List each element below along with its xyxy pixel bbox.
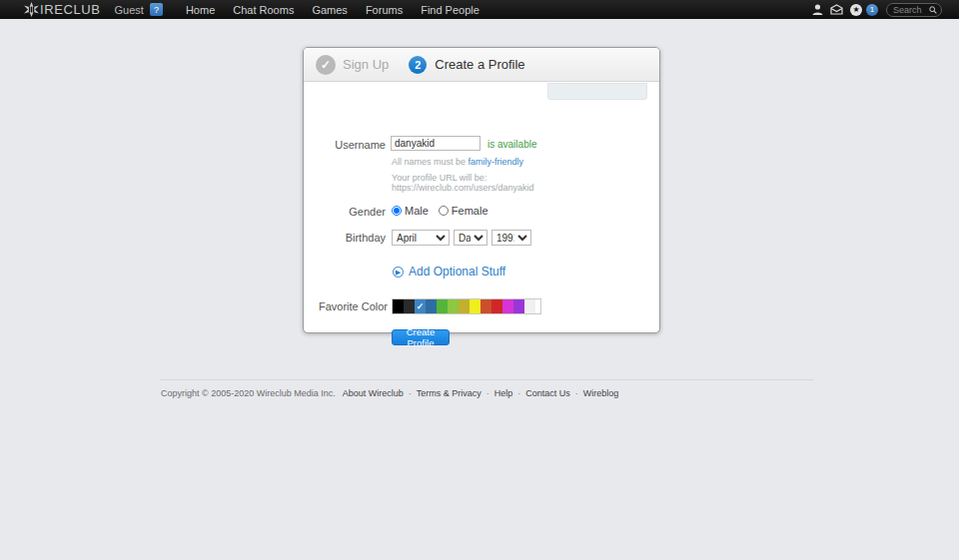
username-status: is available <box>487 139 536 150</box>
birthday-year-select[interactable]: 1991 <box>491 230 531 246</box>
gender-male-label[interactable]: Male <box>405 205 429 217</box>
user-icon[interactable] <box>812 4 823 16</box>
gender-options: Male Female <box>392 205 498 217</box>
color-swatch[interactable] <box>448 299 459 313</box>
selected-color-check-icon: ✓ <box>415 299 426 313</box>
username-input[interactable] <box>391 136 480 151</box>
gender-male-radio[interactable] <box>392 206 402 216</box>
color-swatch[interactable] <box>524 299 535 313</box>
footer-separator: · <box>409 388 412 398</box>
step2-label: Create a Profile <box>435 57 524 72</box>
step1-check-icon: ✓ <box>316 55 336 75</box>
color-swatch[interactable] <box>513 299 524 313</box>
create-profile-form: Username is available All names must be … <box>304 82 659 333</box>
copyright-text: Copyright © 2005-2020 Wireclub Media Inc… <box>161 388 336 398</box>
gender-female-label[interactable]: Female <box>452 205 488 217</box>
help-prefix: All names must be <box>392 157 469 167</box>
birthday-day-select[interactable]: Day <box>454 230 487 246</box>
username-label: Username <box>304 139 386 151</box>
expand-circle-icon: ▶ <box>393 267 404 278</box>
top-navigation-bar: IRECLUB Guest ? Home Chat Rooms Games Fo… <box>0 0 959 19</box>
birthday-month-select[interactable]: April <box>392 230 450 246</box>
nav-item-forums[interactable]: Forums <box>357 4 412 16</box>
color-swatch[interactable] <box>437 299 448 313</box>
gender-female-radio[interactable] <box>439 206 449 216</box>
create-profile-button[interactable]: Create Profile <box>392 329 450 345</box>
wireclub-star-icon <box>24 2 39 17</box>
footer-link-terms[interactable]: Terms & Privacy <box>417 388 481 398</box>
nav-item-chat-rooms[interactable]: Chat Rooms <box>224 4 303 16</box>
profile-url-value: https://wireclub.com/users/danyakid <box>392 183 534 193</box>
birthday-selects: April Day 1991 <box>392 230 535 246</box>
footer-link-wireblog[interactable]: Wireblog <box>583 388 619 398</box>
step2-number-badge: 2 <box>409 56 427 74</box>
add-optional-stuff-link[interactable]: ▶ Add Optional Stuff <box>393 265 505 279</box>
color-swatch[interactable] <box>491 299 502 313</box>
gender-label: Gender <box>304 206 386 218</box>
topbar-right: ★ 1 <box>805 3 942 17</box>
color-swatches: ✓ <box>392 298 541 314</box>
footer-link-about[interactable]: About Wireclub <box>343 388 404 398</box>
wizard-header: ✓ Sign Up 2 Create a Profile <box>304 48 659 82</box>
mail-icon[interactable] <box>830 4 843 15</box>
footer-link-help[interactable]: Help <box>494 388 513 398</box>
search-input[interactable] <box>893 5 929 15</box>
profile-url-caption: Your profile URL will be: <box>392 173 486 183</box>
nav-item-find-people[interactable]: Find People <box>412 4 488 16</box>
favorite-color-label: Favorite Color <box>304 300 388 312</box>
add-optional-stuff-label: Add Optional Stuff <box>409 265 505 279</box>
color-swatch[interactable] <box>404 299 415 313</box>
main-nav: Home Chat Rooms Games Forums Find People <box>177 4 488 16</box>
step1-label: Sign Up <box>343 57 389 72</box>
footer: Copyright © 2005-2020 Wireclub Media Inc… <box>161 388 621 398</box>
color-swatch[interactable] <box>459 299 470 313</box>
color-swatch[interactable] <box>393 299 404 313</box>
hint-box <box>547 83 647 100</box>
search-box[interactable] <box>886 3 942 17</box>
footer-link-contact[interactable]: Contact Us <box>525 388 570 398</box>
wireclub-logo[interactable]: IRECLUB <box>24 2 101 17</box>
username-help: All names must be family-friendly <box>392 157 523 167</box>
star-icon: ★ <box>850 4 862 16</box>
logo-text: IRECLUB <box>40 2 101 17</box>
page: IRECLUB Guest ? Home Chat Rooms Games Fo… <box>0 0 959 560</box>
guest-label[interactable]: Guest <box>115 4 144 16</box>
color-swatch[interactable] <box>502 299 513 313</box>
color-swatch[interactable] <box>470 299 480 313</box>
family-friendly-link[interactable]: family-friendly <box>469 157 524 167</box>
notification-count-badge[interactable]: 1 <box>866 4 878 16</box>
footer-separator: · <box>486 388 489 398</box>
help-badge[interactable]: ? <box>150 3 163 16</box>
footer-separator: · <box>575 388 578 398</box>
nav-item-home[interactable]: Home <box>177 4 224 16</box>
nav-item-games[interactable]: Games <box>303 4 356 16</box>
color-swatch[interactable]: ✓ <box>415 299 426 313</box>
alerts-icon[interactable]: ★ <box>850 4 862 16</box>
create-profile-modal: ✓ Sign Up 2 Create a Profile Username is… <box>303 47 660 333</box>
footer-separator: · <box>517 388 520 398</box>
birthday-label: Birthday <box>304 232 386 244</box>
search-icon <box>929 5 937 15</box>
color-swatch[interactable] <box>426 299 437 313</box>
color-swatch[interactable] <box>480 299 491 313</box>
footer-divider <box>160 379 813 380</box>
